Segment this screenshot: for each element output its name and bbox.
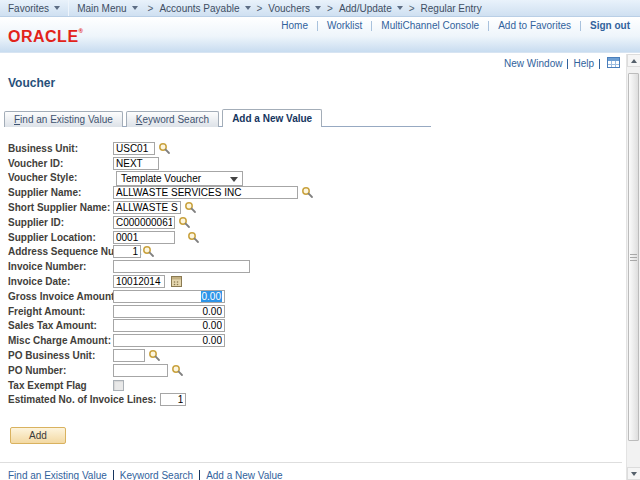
lookup-icon[interactable] bbox=[142, 245, 155, 258]
field-label: PO Business Unit: bbox=[8, 350, 113, 361]
divider bbox=[371, 21, 372, 31]
favorites-menu[interactable]: Favorites bbox=[0, 0, 68, 16]
voucher-style-select[interactable]: Template Voucher bbox=[116, 171, 243, 186]
footer-link-add-new-value[interactable]: Add a New Value bbox=[206, 470, 283, 480]
business-unit-input[interactable] bbox=[113, 142, 155, 155]
address-sequence-input[interactable] bbox=[113, 245, 141, 258]
field-label: Gross Invoice Amount: bbox=[8, 291, 113, 302]
field-label: Invoice Number: bbox=[8, 261, 113, 272]
invoice-date-input[interactable] bbox=[113, 275, 165, 288]
field-label: Business Unit: bbox=[8, 143, 113, 154]
help-link[interactable]: Help bbox=[573, 58, 594, 69]
breadcrumb-item-accounts-payable[interactable]: Accounts Payable bbox=[155, 0, 254, 16]
lookup-icon[interactable] bbox=[184, 201, 197, 214]
invoice-lines-input[interactable] bbox=[160, 393, 186, 406]
freight-amount-input[interactable] bbox=[113, 305, 225, 318]
home-link[interactable]: Home bbox=[281, 20, 308, 31]
field-label: Voucher ID: bbox=[8, 158, 113, 169]
breadcrumb-item-add-update[interactable]: Add/Update bbox=[335, 0, 407, 16]
invoice-number-input[interactable] bbox=[113, 260, 250, 273]
field-label: Invoice Date: bbox=[8, 276, 113, 287]
breadcrumb-bar: Favorites Main Menu > Accounts Payable >… bbox=[0, 0, 640, 17]
lookup-icon[interactable] bbox=[148, 349, 161, 362]
breadcrumb-separator: > bbox=[148, 3, 154, 14]
tab-add-a-new-value[interactable]: Add a New Value bbox=[222, 109, 322, 127]
misc-charge-amount-input[interactable] bbox=[113, 334, 225, 347]
form-row: Invoice Number: bbox=[8, 259, 314, 274]
divider bbox=[488, 21, 489, 31]
form-row: Supplier Location: bbox=[8, 230, 314, 245]
lookup-icon[interactable] bbox=[301, 186, 314, 199]
breadcrumb-item-regular-entry[interactable]: Regular Entry bbox=[417, 0, 486, 16]
add-button[interactable]: Add bbox=[10, 427, 66, 444]
form-row: Voucher Style: Template Voucher bbox=[8, 171, 314, 186]
breadcrumb-separator: > bbox=[257, 3, 263, 14]
pagebar: New Window Help bbox=[504, 57, 620, 70]
breadcrumb-item-vouchers[interactable]: Vouchers bbox=[264, 0, 325, 16]
form-row: Misc Charge Amount: bbox=[8, 333, 314, 348]
supplier-id-input[interactable] bbox=[113, 216, 175, 229]
chevron-down-icon bbox=[54, 6, 60, 10]
sign-out-link[interactable]: Sign out bbox=[590, 20, 630, 31]
add-to-favorites-link[interactable]: Add to Favorites bbox=[498, 20, 571, 31]
field-label: Estimated No. of Invoice Lines: bbox=[8, 394, 156, 405]
voucher-id-input[interactable] bbox=[113, 157, 159, 170]
breadcrumb-separator: > bbox=[327, 3, 333, 14]
form-row: Supplier Name: bbox=[8, 185, 314, 200]
form-row: Gross Invoice Amount: 0.00 bbox=[8, 289, 314, 304]
lookup-icon[interactable] bbox=[187, 231, 200, 244]
dropdown-arrow-icon bbox=[230, 177, 238, 182]
form-row: Supplier ID: bbox=[8, 215, 314, 230]
divider bbox=[199, 470, 200, 480]
footer-link-find-existing[interactable]: Find an Existing Value bbox=[8, 470, 107, 480]
divider bbox=[113, 470, 114, 480]
supplier-name-input[interactable] bbox=[113, 186, 298, 199]
page-title: Voucher bbox=[8, 76, 55, 90]
lookup-icon[interactable] bbox=[158, 142, 171, 155]
form-row: Invoice Date: bbox=[8, 274, 314, 289]
main-menu[interactable]: Main Menu bbox=[69, 0, 145, 16]
worklist-link[interactable]: Worklist bbox=[327, 20, 362, 31]
arrow-up-icon bbox=[631, 59, 637, 63]
chevron-down-icon bbox=[315, 6, 321, 10]
arrow-down-icon bbox=[631, 472, 637, 476]
field-label: Misc Charge Amount: bbox=[8, 335, 113, 346]
form-row: PO Business Unit: bbox=[8, 348, 314, 363]
calendar-icon[interactable] bbox=[171, 276, 182, 287]
divider bbox=[599, 59, 600, 69]
field-label: Freight Amount: bbox=[8, 306, 113, 317]
field-label: Sales Tax Amount: bbox=[8, 320, 113, 331]
tab-find-an-existing-value[interactable]: Find an Existing Value bbox=[4, 111, 123, 127]
po-business-unit-input[interactable] bbox=[113, 349, 145, 362]
field-label: Supplier ID: bbox=[8, 217, 113, 228]
po-number-input[interactable] bbox=[113, 364, 168, 377]
supplier-location-input[interactable] bbox=[113, 231, 175, 244]
footer-links: Find an Existing Value Keyword Search Ad… bbox=[8, 470, 283, 480]
chevron-down-icon bbox=[397, 6, 403, 10]
short-supplier-name-input[interactable] bbox=[113, 201, 181, 214]
scroll-up-button[interactable] bbox=[627, 54, 640, 67]
sales-tax-amount-input[interactable] bbox=[113, 319, 225, 332]
field-label: Tax Exempt Flag bbox=[8, 380, 113, 391]
scroll-down-button[interactable] bbox=[627, 467, 640, 480]
header-links: Home Worklist MultiChannel Console Add t… bbox=[281, 20, 630, 31]
form-row: Business Unit: bbox=[8, 141, 314, 156]
tax-exempt-checkbox[interactable] bbox=[113, 380, 124, 391]
footer-link-keyword-search[interactable]: Keyword Search bbox=[120, 470, 193, 480]
divider bbox=[580, 21, 581, 31]
field-label: Supplier Location: bbox=[8, 232, 113, 243]
tab-keyword-search[interactable]: Keyword Search bbox=[126, 111, 219, 127]
field-label: Supplier Name: bbox=[8, 187, 113, 198]
field-label: PO Number: bbox=[8, 365, 113, 376]
new-window-link[interactable]: New Window bbox=[504, 58, 562, 69]
lookup-icon[interactable] bbox=[178, 216, 191, 229]
multichannel-console-link[interactable]: MultiChannel Console bbox=[381, 20, 479, 31]
gross-invoice-amount-input[interactable]: 0.00 bbox=[113, 290, 225, 303]
lookup-icon[interactable] bbox=[171, 364, 184, 377]
personalize-page-icon[interactable] bbox=[607, 57, 620, 70]
form-row: Estimated No. of Invoice Lines: bbox=[8, 393, 314, 408]
vertical-scrollbar[interactable] bbox=[626, 54, 640, 480]
scrollbar-thumb[interactable] bbox=[628, 73, 639, 441]
form-row: Voucher ID: bbox=[8, 156, 314, 171]
breadcrumb-separator: > bbox=[409, 3, 415, 14]
